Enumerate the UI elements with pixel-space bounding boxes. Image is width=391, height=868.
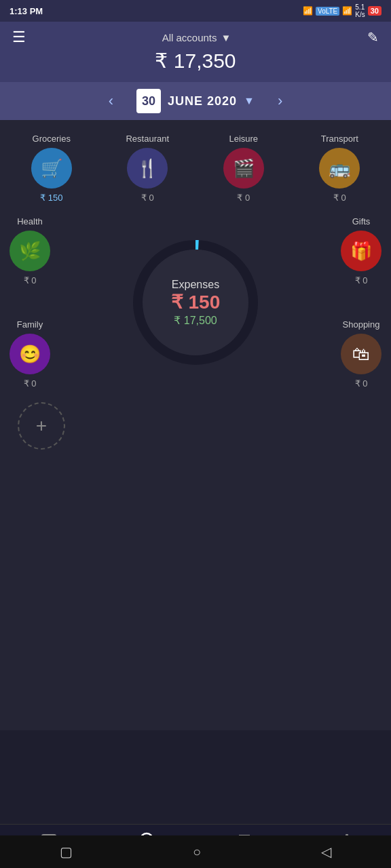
category-shopping[interactable]: Shopping 🛍 ₹ 0 (341, 319, 381, 389)
transport-amount: ₹ 0 (333, 193, 346, 203)
health-icon: 🌿 (10, 231, 50, 271)
signal2-icon: 📶 (342, 6, 352, 16)
family-icon: 😊 (10, 334, 50, 374)
transport-label: Transport (321, 134, 358, 144)
shopping-label: Shopping (343, 319, 380, 330)
donut-center: Expenses ₹ 150 ₹ 17,500 (171, 279, 221, 327)
groceries-icon: 🛒 (31, 148, 72, 189)
hamburger-icon[interactable]: ☰ (12, 28, 26, 46)
family-label: Family (17, 319, 43, 330)
home-button[interactable]: ○ (193, 844, 201, 860)
groceries-label: Groceries (33, 134, 71, 144)
donut-income: ₹ 17,500 (171, 313, 221, 326)
battery-indicator: 30 (368, 6, 381, 16)
account-label: All accounts (162, 32, 217, 43)
category-gifts[interactable]: Gifts 🎁 ₹ 0 (341, 216, 381, 285)
main-content: Groceries 🛒 ₹ 150 Restaurant 🍴 ₹ 0 Leisu… (0, 120, 391, 730)
date-day: 30 (136, 89, 161, 113)
shopping-amount: ₹ 0 (355, 378, 368, 389)
add-category-button[interactable]: + (18, 402, 65, 450)
gifts-label: Gifts (352, 216, 371, 226)
system-navigation: ▢ ○ ◁ (0, 835, 391, 868)
shopping-icon: 🛍 (341, 334, 381, 374)
leisure-icon: 🎬 (223, 148, 264, 189)
square-button[interactable]: ▢ (60, 844, 73, 860)
status-bar: 1:13 PM 📶 VoLTE 📶 5.1K/s 30 (0, 0, 391, 22)
leisure-label: Leisure (229, 134, 258, 144)
signal-icon: 📶 (303, 6, 313, 16)
next-month-button[interactable]: › (265, 92, 295, 110)
category-family[interactable]: Family 😊 ₹ 0 (10, 319, 50, 389)
donut-expense: ₹ 150 (171, 291, 221, 314)
gifts-amount: ₹ 0 (355, 275, 368, 285)
restaurant-icon: 🍴 (127, 148, 168, 189)
category-groceries[interactable]: Groceries 🛒 ₹ 150 (7, 134, 96, 203)
date-navigation: ‹ 30 JUNE 2020 ▼ › (0, 82, 391, 120)
restaurant-label: Restaurant (126, 134, 169, 144)
category-leisure[interactable]: Leisure 🎬 ₹ 0 (199, 134, 288, 203)
speed-text: 5.1K/s (355, 3, 365, 18)
account-dropdown-icon: ▼ (221, 32, 231, 43)
status-time: 1:13 PM (10, 6, 43, 16)
status-right: 📶 VoLTE 📶 5.1K/s 30 (303, 3, 381, 18)
prev-month-button[interactable]: ‹ (96, 92, 126, 110)
account-selector[interactable]: All accounts ▼ (162, 32, 231, 43)
family-amount: ₹ 0 (24, 378, 37, 389)
restaurant-amount: ₹ 0 (141, 193, 154, 203)
category-health[interactable]: Health 🌿 ₹ 0 (10, 216, 50, 285)
volte-icon: VoLTE (316, 7, 339, 16)
gifts-icon: 🎁 (341, 231, 381, 271)
header: ☰ All accounts ▼ ✎ ₹ 17,350 (0, 22, 391, 82)
donut-title: Expenses (171, 279, 221, 291)
leisure-amount: ₹ 0 (237, 193, 250, 203)
category-transport[interactable]: Transport 🚌 ₹ 0 (295, 134, 385, 203)
groceries-amount: ₹ 150 (40, 193, 62, 203)
middle-section: Health 🌿 ₹ 0 Family 😊 ₹ 0 Expenses (7, 216, 384, 389)
date-month-year: JUNE 2020 (168, 94, 237, 108)
total-amount: ₹ 17,350 (155, 49, 236, 73)
category-restaurant[interactable]: Restaurant 🍴 ₹ 0 (103, 134, 193, 203)
back-button[interactable]: ◁ (321, 844, 331, 860)
top-categories-grid: Groceries 🛒 ₹ 150 Restaurant 🍴 ₹ 0 Leisu… (7, 134, 384, 203)
health-amount: ₹ 0 (24, 275, 37, 285)
left-categories: Health 🌿 ₹ 0 Family 😊 ₹ 0 (10, 216, 50, 389)
header-top: ☰ All accounts ▼ ✎ (12, 28, 379, 46)
date-dropdown-icon: ▼ (244, 95, 255, 107)
expenses-donut: Expenses ₹ 150 ₹ 17,500 (128, 235, 263, 370)
date-display[interactable]: 30 JUNE 2020 ▼ (136, 89, 255, 113)
transport-icon: 🚌 (319, 148, 360, 189)
health-label: Health (17, 216, 43, 226)
right-categories: Gifts 🎁 ₹ 0 Shopping 🛍 ₹ 0 (341, 216, 381, 389)
edit-icon[interactable]: ✎ (367, 29, 379, 45)
